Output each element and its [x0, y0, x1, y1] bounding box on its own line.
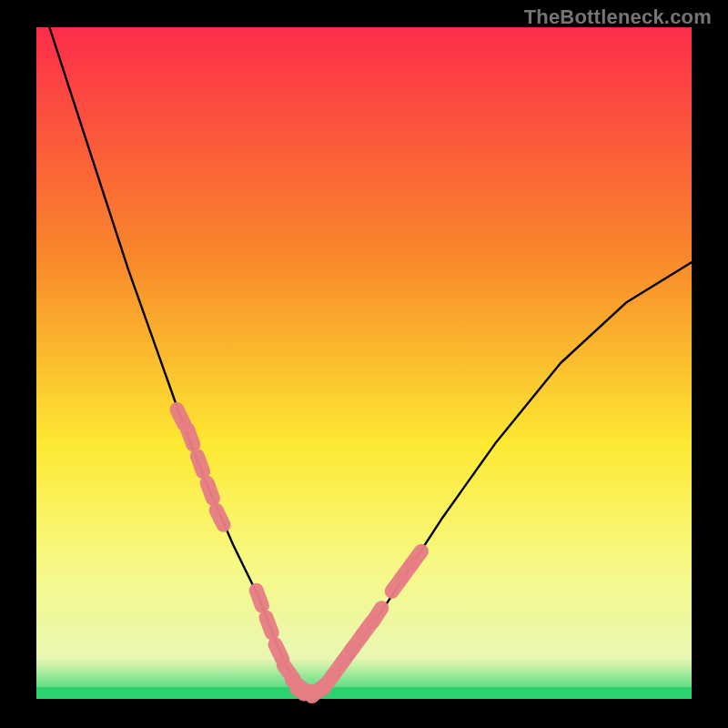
curve-marker: [187, 430, 193, 445]
curve-marker: [411, 551, 421, 565]
curve-marker: [276, 644, 283, 659]
plot-background: [36, 27, 692, 699]
green-band: [36, 687, 692, 699]
curve-marker: [257, 591, 262, 606]
curve-marker: [217, 511, 224, 525]
chart-svg: [0, 0, 728, 728]
curve-marker: [177, 410, 185, 424]
curve-marker: [207, 483, 213, 499]
chart-frame: TheBottleneck.com: [0, 0, 728, 728]
curve-marker: [373, 608, 382, 622]
curve-marker: [197, 456, 203, 471]
watermark-text: TheBottleneck.com: [524, 5, 712, 29]
curve-marker: [267, 617, 272, 632]
